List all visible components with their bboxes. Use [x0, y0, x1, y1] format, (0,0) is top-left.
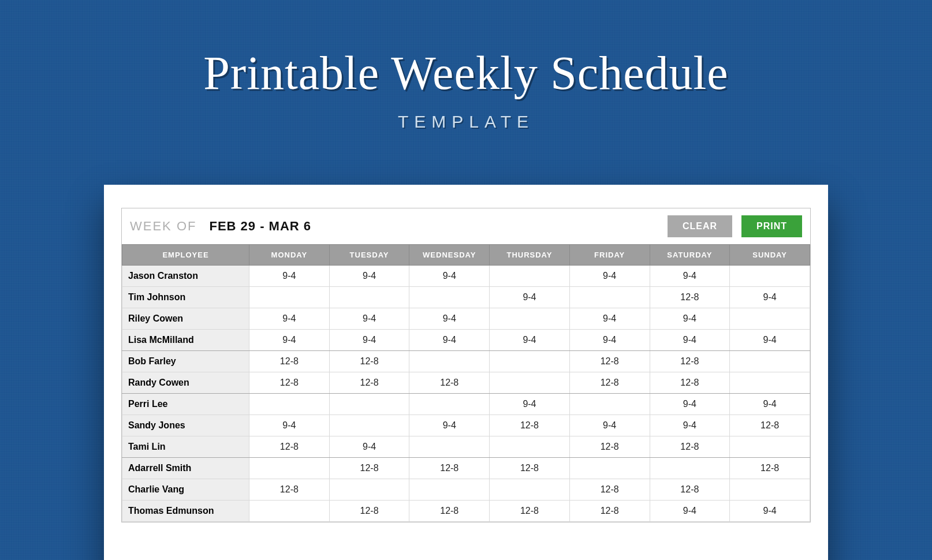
shift-cell[interactable]: 9-4: [329, 330, 409, 351]
schedule-toolbar: WEEK OF FEB 29 - MAR 6 CLEAR PRINT: [122, 208, 810, 244]
week-of-label: WEEK OF: [130, 219, 196, 234]
shift-cell[interactable]: 12-8: [730, 458, 810, 479]
shift-cell[interactable]: [249, 287, 330, 308]
shift-cell[interactable]: [569, 394, 650, 415]
shift-cell[interactable]: [730, 351, 810, 372]
shift-cell[interactable]: [490, 351, 570, 372]
shift-cell[interactable]: [409, 351, 490, 372]
shift-cell[interactable]: [569, 458, 650, 479]
shift-cell[interactable]: 12-8: [329, 372, 409, 394]
shift-cell[interactable]: 9-4: [329, 308, 409, 330]
shift-cell[interactable]: 12-8: [650, 351, 730, 372]
table-row: Randy Cowen12-812-812-812-812-8: [122, 372, 810, 394]
shift-cell[interactable]: [490, 436, 570, 458]
shift-cell[interactable]: [329, 287, 409, 308]
shift-cell[interactable]: 9-4: [569, 330, 650, 351]
header-employee: EMPLOYEE: [122, 245, 249, 266]
shift-cell[interactable]: 9-4: [650, 501, 730, 522]
shift-cell[interactable]: 9-4: [409, 266, 490, 287]
shift-cell[interactable]: 9-4: [249, 415, 330, 436]
shift-cell[interactable]: 12-8: [569, 501, 650, 522]
table-row: Lisa McMilland9-49-49-49-49-49-49-4: [122, 330, 810, 351]
shift-cell[interactable]: 9-4: [650, 394, 730, 415]
shift-cell[interactable]: [249, 458, 330, 479]
shift-cell[interactable]: [490, 479, 570, 501]
shift-cell[interactable]: 9-4: [490, 330, 570, 351]
shift-cell[interactable]: 12-8: [650, 287, 730, 308]
shift-cell[interactable]: 9-4: [329, 266, 409, 287]
shift-cell[interactable]: 12-8: [569, 351, 650, 372]
shift-cell[interactable]: 9-4: [249, 266, 330, 287]
table-header-row: EMPLOYEE MONDAY TUESDAY WEDNESDAY THURSD…: [122, 245, 810, 266]
shift-cell[interactable]: 9-4: [569, 266, 650, 287]
table-row: Adarrell Smith12-812-812-812-8: [122, 458, 810, 479]
shift-cell[interactable]: [409, 394, 490, 415]
shift-cell[interactable]: 12-8: [249, 436, 330, 458]
schedule-table: EMPLOYEE MONDAY TUESDAY WEDNESDAY THURSD…: [122, 244, 810, 522]
shift-cell[interactable]: [730, 372, 810, 394]
shift-cell[interactable]: 12-8: [569, 372, 650, 394]
shift-cell[interactable]: 12-8: [249, 479, 330, 501]
shift-cell[interactable]: 12-8: [490, 415, 570, 436]
shift-cell[interactable]: 9-4: [490, 394, 570, 415]
shift-cell[interactable]: [249, 501, 330, 522]
clear-button[interactable]: CLEAR: [668, 215, 732, 237]
shift-cell[interactable]: 12-8: [409, 372, 490, 394]
shift-cell[interactable]: 12-8: [569, 479, 650, 501]
shift-cell[interactable]: [490, 266, 570, 287]
shift-cell[interactable]: 12-8: [650, 436, 730, 458]
shift-cell[interactable]: 9-4: [730, 394, 810, 415]
shift-cell[interactable]: 9-4: [490, 287, 570, 308]
employee-name-cell: Tim Johnson: [122, 287, 249, 308]
table-row: Jason Cranston9-49-49-49-49-4: [122, 266, 810, 287]
shift-cell[interactable]: 12-8: [650, 479, 730, 501]
shift-cell[interactable]: [730, 479, 810, 501]
shift-cell[interactable]: 9-4: [650, 266, 730, 287]
shift-cell[interactable]: 9-4: [650, 415, 730, 436]
shift-cell[interactable]: [490, 372, 570, 394]
shift-cell[interactable]: 9-4: [329, 436, 409, 458]
shift-cell[interactable]: 12-8: [249, 372, 330, 394]
shift-cell[interactable]: [730, 436, 810, 458]
shift-cell[interactable]: 12-8: [329, 501, 409, 522]
shift-cell[interactable]: 9-4: [249, 308, 330, 330]
shift-cell[interactable]: [329, 479, 409, 501]
shift-cell[interactable]: 12-8: [409, 458, 490, 479]
shift-cell[interactable]: 12-8: [249, 351, 330, 372]
shift-cell[interactable]: 9-4: [650, 308, 730, 330]
shift-cell[interactable]: 9-4: [569, 415, 650, 436]
shift-cell[interactable]: [490, 308, 570, 330]
shift-cell[interactable]: 9-4: [409, 308, 490, 330]
shift-cell[interactable]: [650, 458, 730, 479]
shift-cell[interactable]: 9-4: [249, 330, 330, 351]
shift-cell[interactable]: [329, 394, 409, 415]
shift-cell[interactable]: [329, 415, 409, 436]
shift-cell[interactable]: 9-4: [569, 308, 650, 330]
table-row: Perri Lee9-49-49-4: [122, 394, 810, 415]
shift-cell[interactable]: 12-8: [490, 501, 570, 522]
shift-cell[interactable]: 12-8: [490, 458, 570, 479]
shift-cell[interactable]: 12-8: [329, 351, 409, 372]
shift-cell[interactable]: 9-4: [409, 415, 490, 436]
shift-cell[interactable]: [409, 287, 490, 308]
shift-cell[interactable]: [730, 266, 810, 287]
table-row: Riley Cowen9-49-49-49-49-4: [122, 308, 810, 330]
shift-cell[interactable]: [730, 308, 810, 330]
shift-cell[interactable]: 12-8: [650, 372, 730, 394]
shift-cell[interactable]: 9-4: [730, 501, 810, 522]
shift-cell[interactable]: 9-4: [409, 330, 490, 351]
shift-cell[interactable]: 9-4: [650, 330, 730, 351]
table-row: Tami Lin12-89-412-812-8: [122, 436, 810, 458]
shift-cell[interactable]: [409, 479, 490, 501]
shift-cell[interactable]: 12-8: [409, 501, 490, 522]
shift-cell[interactable]: 9-4: [730, 330, 810, 351]
shift-cell[interactable]: 12-8: [730, 415, 810, 436]
shift-cell[interactable]: [569, 287, 650, 308]
shift-cell[interactable]: 12-8: [329, 458, 409, 479]
print-button[interactable]: PRINT: [741, 215, 802, 237]
shift-cell[interactable]: 9-4: [730, 287, 810, 308]
shift-cell[interactable]: 12-8: [569, 436, 650, 458]
shift-cell[interactable]: [409, 436, 490, 458]
schedule-frame: WEEK OF FEB 29 - MAR 6 CLEAR PRINT EMPLO…: [121, 208, 811, 522]
shift-cell[interactable]: [249, 394, 330, 415]
